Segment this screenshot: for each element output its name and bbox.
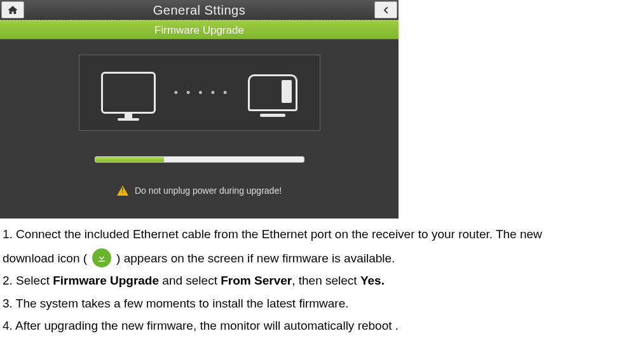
step-1a: 1. Connect the included Ethernet cable f…: [3, 225, 618, 243]
subtitle-bar: Firmware Upgrade: [0, 20, 399, 39]
warning-icon: [117, 185, 128, 196]
screenshot-content: • • • • • Do not unplug power during upg…: [0, 39, 399, 219]
screen-title: General Sttings: [25, 0, 373, 20]
warning-text: Do not unplug power during upgrade!: [135, 185, 282, 196]
step-3: 3. The system takes a few moments to ins…: [3, 294, 618, 313]
download-icon: [92, 248, 111, 267]
step-2: 2. Select Firmware Upgrade and select Fr…: [3, 271, 618, 290]
step-4: 4. After upgrading the new firmware, the…: [3, 316, 618, 335]
device-illustration: • • • • •: [79, 55, 320, 131]
back-button[interactable]: [374, 1, 397, 18]
instructions: 1. Connect the included Ethernet cable f…: [0, 219, 621, 335]
home-icon: [7, 4, 18, 16]
firmware-upgrade-screenshot: General Sttings Firmware Upgrade • • • •…: [0, 0, 399, 219]
step-1b: download icon ( ) appears on the screen …: [3, 248, 618, 267]
chevron-left-icon: [381, 5, 391, 15]
warning-row: Do not unplug power during upgrade!: [117, 185, 282, 196]
topbar: General Sttings: [0, 0, 399, 20]
camera-icon: [248, 74, 297, 111]
progress-bar: [95, 156, 304, 163]
home-button[interactable]: [1, 1, 24, 18]
progress-fill: [95, 157, 164, 162]
monitor-icon: [101, 72, 156, 114]
ellipsis-icon: • • • • •: [174, 86, 230, 100]
